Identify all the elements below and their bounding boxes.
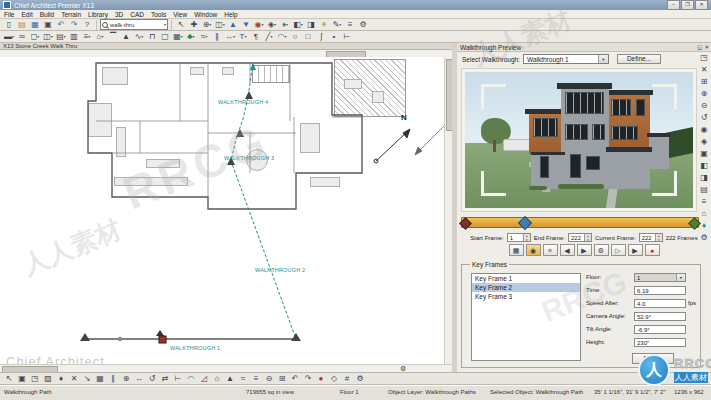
render-mode-icon[interactable]: ◧ [698, 160, 710, 171]
camera-icon[interactable] [80, 333, 90, 341]
cad-box-icon[interactable]: □ [302, 31, 314, 42]
pan-window-icon[interactable]: ✚ [188, 19, 200, 30]
zoom-tool-icon[interactable]: ⊕▾ [201, 19, 213, 30]
selected-keyframe-marker[interactable] [159, 336, 166, 343]
save-plan-icon[interactable]: ▦ [29, 19, 41, 30]
plumbing-icon[interactable]: ⊓ [146, 31, 158, 42]
end-frame-input[interactable]: 222▴▾ [568, 233, 592, 242]
start-frame-input[interactable]: 1▴▾ [507, 233, 531, 242]
zoom-in-icon[interactable]: ⊕ [698, 88, 710, 99]
open-object-icon[interactable]: ▣ [698, 148, 710, 159]
menu-help[interactable]: Help [224, 11, 237, 18]
zoom-out-icon[interactable]: ⊖ [698, 100, 710, 111]
cad-line-icon[interactable]: ╱▾ [263, 31, 275, 42]
floor-plan-canvas[interactable]: WALKTHROUGH 1 WALKTHROUGH 2 WALKTHROUGH … [0, 57, 445, 364]
close-panel-icon[interactable]: ✕ [704, 44, 709, 51]
record-camera-button[interactable]: ◉ [526, 244, 541, 256]
perspective-icon[interactable]: ◈ [698, 136, 710, 147]
new-plan-icon[interactable]: ▯ [3, 19, 15, 30]
menu-library[interactable]: Library [88, 11, 108, 18]
prefs-icon[interactable]: ⚙ [354, 373, 366, 384]
list-item-selected[interactable]: Key Frame 2 [472, 283, 580, 292]
menu-build[interactable]: Build [40, 11, 54, 18]
terrain-mode-icon[interactable]: ≈ [237, 373, 249, 384]
floor-reference-icon[interactable]: ◫▾ [214, 19, 226, 30]
chevron-down-icon[interactable]: ▾ [164, 22, 166, 27]
play-button[interactable]: ▶ [628, 244, 643, 256]
roof-tools-icon[interactable]: ⌂▾ [94, 31, 106, 42]
list-item[interactable]: Key Frame 1 [472, 274, 580, 283]
electrical-icon[interactable]: ∿▾ [133, 31, 145, 42]
key-frames-list[interactable]: Key Frame 1 Key Frame 2 Key Frame 3 [471, 273, 581, 361]
menu-file[interactable]: File [4, 11, 14, 18]
undo-icon[interactable]: ↶ [55, 19, 67, 30]
rotate-icon[interactable]: ↺ [146, 373, 158, 384]
open-plan-icon[interactable]: ▤ [16, 19, 28, 30]
paste-icon[interactable]: ▨ [42, 373, 54, 384]
time-input[interactable]: 6.19 [634, 286, 686, 295]
plant-icon[interactable]: ♣▾ [185, 31, 197, 42]
panel-title-bar[interactable]: Walkthrough Preview ◱ ✕ [457, 43, 711, 52]
menu-view[interactable]: View [173, 11, 187, 18]
camera-view-icon[interactable]: ◉ [698, 124, 710, 135]
delete-keyframe-button[interactable]: Delete [632, 353, 674, 364]
floor-up-icon[interactable]: ▲ [227, 19, 239, 30]
record-point-icon[interactable]: ● [315, 373, 327, 384]
step-forward-button[interactable]: ▶ [577, 244, 592, 256]
make-parallel-icon[interactable]: ∥ [107, 373, 119, 384]
appliance-icon[interactable]: ▢ [159, 31, 171, 42]
multiple-copy-icon[interactable]: ▦ [94, 373, 106, 384]
window-icon[interactable]: ◫▾ [42, 31, 54, 42]
menu-tools[interactable]: Tools [151, 11, 166, 18]
timeline-thumb[interactable] [518, 216, 532, 230]
plan-window-title[interactable]: X13 Stone Creek Walk Thru [0, 43, 452, 50]
floor-combo[interactable]: 1▾ [634, 273, 686, 282]
tilt-angle-input[interactable]: -6.9° [634, 325, 686, 334]
redo-icon[interactable]: ↷ [68, 19, 80, 30]
list-item[interactable]: Key Frame 3 [472, 292, 580, 301]
convert-icon[interactable]: ⇄ [159, 373, 171, 384]
grid-icon[interactable]: # [341, 373, 353, 384]
furniture-icon[interactable]: ▦▾ [172, 31, 184, 42]
extend-icon[interactable]: ⊢ [172, 373, 184, 384]
input-line-icon[interactable]: ⊢ [341, 31, 353, 42]
play-from-start-button[interactable]: ▷ [611, 244, 626, 256]
spinner-icon[interactable]: ▴▾ [523, 234, 530, 241]
vector-mode-icon[interactable]: ◨ [698, 172, 710, 183]
help-icon[interactable]: ? [81, 19, 93, 30]
rich-text-icon[interactable]: ¶ [250, 31, 262, 42]
open-object-icon[interactable]: ▣ [16, 373, 28, 384]
render-technique-icon[interactable]: ◧▾ [292, 19, 304, 30]
preview-settings-button[interactable]: ⚙ [594, 244, 609, 256]
point-to-point-icon[interactable]: ⊕ [120, 373, 132, 384]
height-input[interactable]: 230" [634, 338, 686, 347]
float-panel-icon[interactable]: ◱ [697, 44, 702, 51]
perspective-overview-icon[interactable]: ◈▾ [266, 19, 278, 30]
maximize-button[interactable]: ❐ [681, 0, 694, 10]
stairs-icon[interactable]: ≡▾ [81, 31, 93, 42]
cad-circle-icon[interactable]: ○ [289, 31, 301, 42]
library-search-input[interactable]: walk-thru ▾ [100, 19, 168, 30]
snap-icon[interactable]: ◇ [328, 373, 340, 384]
layer-display-options-icon[interactable]: ≡ [344, 19, 356, 30]
redo-view-icon[interactable]: ↷ [302, 373, 314, 384]
define-button[interactable]: Define... [617, 54, 661, 64]
minimize-button[interactable]: – [667, 0, 680, 10]
cabinet-icon[interactable]: ▤▾ [55, 31, 67, 42]
dimension-icon[interactable]: ↔▾ [224, 31, 236, 42]
full-camera-icon[interactable]: ◉▾ [253, 19, 265, 30]
cad-spline-icon[interactable]: ∫ [315, 31, 327, 42]
roof-mode-icon[interactable]: ⌂ [211, 373, 223, 384]
save-walkthrough-button[interactable]: ▦ [509, 244, 524, 256]
current-frame-input[interactable]: 222▴▾ [639, 233, 663, 242]
walkthrough-timeline-slider[interactable] [461, 217, 699, 228]
move-icon[interactable]: ↔ [133, 373, 145, 384]
print-icon[interactable]: ▣ [42, 19, 54, 30]
fill-window-icon[interactable]: ⊞ [698, 76, 710, 87]
walkthrough-tool-icon[interactable]: ♦ [698, 220, 710, 231]
cad-arc-icon[interactable]: ◠▾ [276, 31, 288, 42]
text-icon[interactable]: T▾ [237, 31, 249, 42]
terrain-tools-icon[interactable]: ≈▾ [198, 31, 210, 42]
adjust-lights-icon[interactable]: ☀ [318, 19, 330, 30]
spinner-icon[interactable]: ▴▾ [584, 234, 591, 241]
